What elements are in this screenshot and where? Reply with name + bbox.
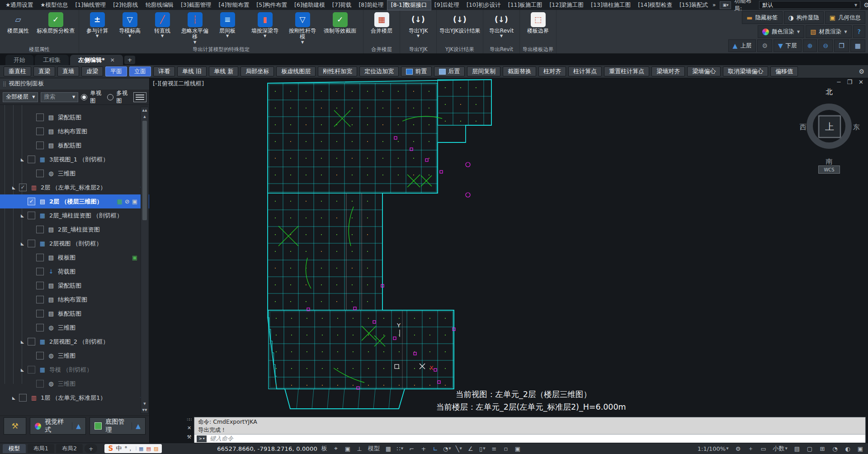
- toolbar-button[interactable]: 后置: [434, 66, 465, 76]
- ime-punctuation[interactable]: °，: [124, 445, 133, 453]
- tree-item-checkbox[interactable]: [36, 170, 44, 177]
- layout-tab[interactable]: 布局2: [56, 444, 83, 453]
- dropdown-caret-icon[interactable]: ▼: [301, 41, 304, 44]
- infer-constraints-toggle[interactable]: ⌐: [407, 445, 417, 452]
- tree-item[interactable]: ◣▦2层视图 （剖切框）: [0, 236, 149, 251]
- toolbar-button[interactable]: 局部坐标: [241, 66, 274, 76]
- transparency-toggle[interactable]: ≡: [489, 445, 499, 452]
- toolbar-button[interactable]: 单线 旧: [177, 66, 207, 76]
- angle-snap-toggle[interactable]: ∠: [466, 445, 476, 452]
- slab-layer-toggle[interactable]: 板: [319, 445, 329, 453]
- menu-item[interactable]: [15]装配式: [676, 0, 712, 10]
- visual-style-expand-icon[interactable]: ▲: [72, 422, 81, 430]
- menu-item[interactable]: [8]前处理: [355, 0, 387, 10]
- dropdown-caret-icon[interactable]: ▼: [500, 34, 503, 38]
- tree-item-checkbox[interactable]: [36, 254, 44, 261]
- ribbon-button-interlayer-slab[interactable]: ≡层间板▼: [212, 11, 243, 38]
- menu-item[interactable]: [10]初步设计: [463, 0, 505, 10]
- floor-filter-select[interactable]: 全部楼层▼: [3, 92, 38, 102]
- tree-item[interactable]: ◍三维图: [0, 321, 149, 335]
- tree-item-checkbox[interactable]: [36, 128, 44, 135]
- ribbon-button-slab-boundary[interactable]: ⬚楼板边界: [522, 11, 554, 34]
- tree-item[interactable]: ◣▥1层 （左单元_标准层1）★: [0, 391, 149, 405]
- toolbar-button[interactable]: 柱计算点: [568, 66, 602, 76]
- menu-item[interactable]: [14]模型检查: [634, 0, 676, 10]
- ribbon-right-button-geometry-info[interactable]: ▣几何信息: [825, 11, 865, 24]
- tree-item[interactable]: ▤模板图▣: [0, 251, 149, 265]
- toolbar-button[interactable]: 偏移值: [770, 66, 798, 76]
- menu-item[interactable]: [9]后处理: [431, 0, 463, 10]
- ribbon-button-merge-floors[interactable]: ▦合并楼层: [366, 11, 397, 34]
- isolate-objects-icon[interactable]: ◐: [843, 445, 853, 452]
- tree-item-checkbox[interactable]: [36, 296, 44, 303]
- dropdown-caret-icon[interactable]: ▼: [264, 34, 266, 38]
- tree-item[interactable]: ▤梁配筋图: [0, 110, 149, 124]
- layout-scheme-select[interactable]: 默认▼: [759, 1, 860, 9]
- dropdown-caret-icon[interactable]: ▼: [193, 41, 196, 44]
- command-history[interactable]: 命令: CmdExportYJKA 导出完成！: [194, 417, 865, 434]
- tree-item-checkbox[interactable]: [36, 268, 44, 275]
- tree-item-checkbox[interactable]: [36, 310, 44, 317]
- tree-menu-button[interactable]: [133, 92, 146, 102]
- ribbon-right-button-zoom-in[interactable]: ⊕: [803, 39, 817, 52]
- tree-item-checkbox[interactable]: [36, 380, 44, 388]
- layout-tab[interactable]: 布局1: [28, 444, 54, 453]
- dropdown-caret-icon[interactable]: ▼: [226, 34, 229, 38]
- ribbon-right-button-view-settings-gear[interactable]: ⚙: [757, 39, 772, 52]
- menu-item[interactable]: [12]梁施工图: [546, 0, 587, 10]
- ribbon-button-force-equivalent-section[interactable]: ✓强制等效截面: [319, 11, 361, 34]
- ime-toolbar[interactable]: S中°，𝄀▦▤▨: [104, 444, 162, 453]
- tree-expander-icon[interactable]: ◣: [12, 396, 15, 400]
- layout-settings-gear-icon[interactable]: ⚙: [863, 1, 868, 9]
- tree-expander-icon[interactable]: ◣: [21, 157, 24, 162]
- layout-tab[interactable]: 模型: [3, 444, 26, 453]
- ribbon-button-join-calculation[interactable]: ±参与计算▼: [81, 11, 113, 38]
- single-view-radio[interactable]: [81, 94, 87, 100]
- dropdown-caret-icon[interactable]: ▼: [96, 34, 99, 38]
- clock-icon[interactable]: ◔: [830, 445, 840, 452]
- toolbar-button[interactable]: 柱对齐: [538, 66, 566, 76]
- ribbon-right-button-viewport-multi[interactable]: ▦: [850, 39, 865, 52]
- ribbon-button-export-yjk-results[interactable]: (↓)导出YJK设计结果: [439, 11, 481, 34]
- new-layout-tab-button[interactable]: +: [85, 444, 97, 453]
- toolbar-button[interactable]: 梁墙对齐: [651, 66, 685, 76]
- toolbar-button[interactable]: 定位边加宽: [359, 66, 399, 76]
- tools-button[interactable]: ⚒: [4, 417, 26, 435]
- dropdown-caret-icon[interactable]: ▼: [844, 30, 847, 34]
- dropdown-caret-icon[interactable]: ▼: [726, 447, 728, 450]
- tree-item-checkbox[interactable]: [19, 394, 27, 402]
- scroll-thumb[interactable]: [142, 121, 147, 220]
- document-tab[interactable]: 工程集: [35, 55, 69, 65]
- tree-item[interactable]: ▤结构布置图: [0, 293, 149, 307]
- toolbar-button[interactable]: 直墙: [57, 66, 79, 76]
- tree-expander-icon[interactable]: ◣: [21, 213, 24, 218]
- toolbar-button[interactable]: 层间复制: [467, 66, 500, 76]
- toolbar-button[interactable]: 垂直柱: [4, 66, 31, 76]
- tree-item-checkbox[interactable]: [28, 338, 35, 345]
- command-grip-dots[interactable]: ∷∷: [187, 417, 191, 422]
- tree-item[interactable]: ▤梁配筋图: [0, 279, 149, 293]
- drawing-viewport[interactable]: [-][俯视][二维线框] ─ ❐ ✕ XY 北 西 东 南 上 WCS 当前视…: [149, 78, 868, 443]
- ime-logo[interactable]: S: [108, 445, 113, 453]
- compass-south[interactable]: 南: [825, 157, 834, 166]
- ribbon-button-standard-split-check[interactable]: ✓标准层拆分检查: [35, 11, 76, 34]
- tree-item[interactable]: ↓荷载图: [0, 265, 149, 279]
- document-tab[interactable]: 左侧编辑*✕: [70, 55, 123, 65]
- toolbar-button[interactable]: 平面: [105, 66, 127, 76]
- viewport-restore-button[interactable]: ❐: [847, 79, 852, 85]
- tree-item[interactable]: ▤板配筋图: [0, 307, 149, 321]
- menu-item[interactable]: [3]截面管理: [177, 0, 215, 10]
- dropdown-caret-icon[interactable]: ▼: [401, 447, 403, 450]
- tree-item[interactable]: ▤板配筋图: [0, 138, 149, 152]
- tree-item[interactable]: ◣▦3层视图_1 （剖切框）: [0, 152, 149, 166]
- screen-icon[interactable]: ▢: [805, 445, 815, 452]
- tree-item[interactable]: ◍三维图: [0, 166, 149, 180]
- ime-mode[interactable]: 中: [116, 445, 122, 453]
- scroll-double-up-button[interactable]: ▲▲: [141, 107, 148, 114]
- toolbar-button[interactable]: 前置: [401, 66, 432, 76]
- toolbar-button[interactable]: 截面替换: [503, 66, 536, 76]
- toolbar-button[interactable]: 单线 新: [209, 66, 238, 76]
- tree-scrollbar[interactable]: ▲▲ ▲ ▼ ▼▼: [141, 107, 149, 414]
- tree-item-checkbox[interactable]: [36, 352, 44, 359]
- toolbar-button[interactable]: 立面: [129, 66, 151, 76]
